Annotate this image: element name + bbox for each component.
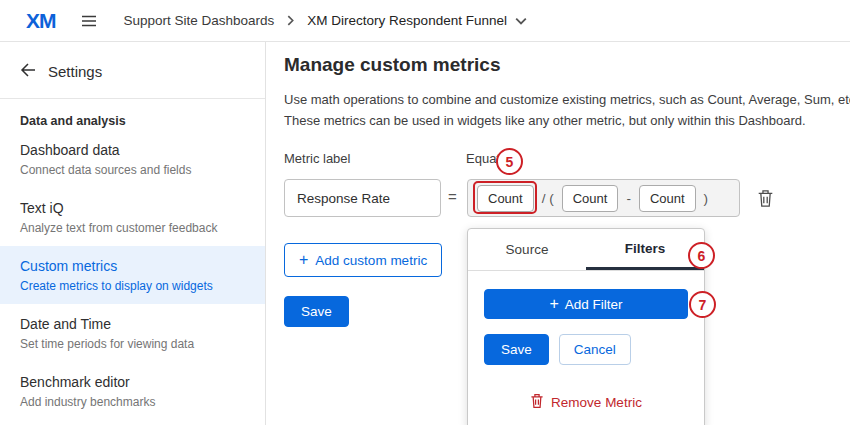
popup-tabs: Source Filters — [468, 229, 704, 271]
sidebar-item-description: Set time periods for viewing data — [20, 337, 245, 351]
add-custom-metric-label: Add custom metric — [315, 253, 427, 268]
sidebar-item-description: Analyze text from customer feedback — [20, 221, 245, 235]
equation-operator-divide-open: / ( — [542, 191, 554, 206]
remove-metric-label: Remove Metric — [551, 395, 642, 410]
settings-sidebar: Settings Data and analysis Dashboard dat… — [0, 42, 266, 425]
save-button[interactable]: Save — [284, 296, 349, 327]
sidebar-item-description: Create metrics to display on widgets — [20, 279, 245, 293]
hamburger-menu-icon[interactable] — [80, 12, 98, 30]
app-window: XM Support Site Dashboards XM Directory … — [0, 0, 850, 425]
sidebar-item-label: Benchmark editor — [20, 374, 245, 390]
back-arrow-icon — [20, 62, 36, 81]
xm-logo: XM — [26, 9, 56, 33]
sidebar-item-label: Text iQ — [20, 200, 245, 216]
page-description: Use math operations to combine and custo… — [284, 90, 850, 132]
annotation-step-7: 7 — [689, 291, 716, 318]
add-filter-label: Add Filter — [565, 297, 623, 312]
sidebar-item-label: Custom metrics — [20, 258, 245, 274]
tab-filters[interactable]: Filters — [586, 229, 704, 270]
equation-operator-minus: - — [626, 191, 631, 206]
equation-operand-1-button[interactable]: Count — [477, 185, 534, 212]
metric-label-heading: Metric label — [284, 151, 350, 166]
sidebar-item-description: Connect data sources and fields — [20, 163, 245, 177]
equals-sign: = — [448, 188, 457, 205]
sidebar-item-description: Add industry benchmarks — [20, 395, 245, 409]
page-description-line1: Use math operations to combine and custo… — [284, 90, 850, 111]
chevron-right-icon — [285, 15, 296, 26]
page-description-line2: These metrics can be used in widgets lik… — [284, 111, 850, 132]
plus-icon: + — [299, 252, 308, 268]
delete-metric-trash-icon[interactable] — [757, 189, 774, 212]
sidebar-item-dashboard-data[interactable]: Dashboard data Connect data sources and … — [0, 130, 265, 188]
metric-label-input[interactable] — [284, 179, 441, 217]
add-custom-metric-button[interactable]: + Add custom metric — [284, 243, 442, 277]
annotation-step-6: 6 — [688, 242, 715, 269]
settings-label: Settings — [48, 63, 102, 80]
equation-box: Count / ( Count - Count ) — [467, 179, 740, 217]
breadcrumb-root[interactable]: Support Site Dashboards — [124, 13, 275, 28]
equation-operand-2-button[interactable]: Count — [562, 185, 619, 212]
back-to-settings[interactable]: Settings — [0, 42, 265, 98]
equation-operand-3-button[interactable]: Count — [639, 185, 696, 212]
sidebar-item-label: Dashboard data — [20, 142, 245, 158]
annotation-step-5: 5 — [496, 148, 523, 175]
add-filter-button[interactable]: + Add Filter — [484, 289, 688, 319]
remove-metric-button[interactable]: Remove Metric — [468, 393, 704, 412]
popup-cancel-button[interactable]: Cancel — [559, 334, 631, 365]
dashboard-title[interactable]: XM Directory Respondent Funnel — [307, 13, 507, 28]
sidebar-item-benchmark-editor[interactable]: Benchmark editor Add industry benchmarks — [0, 362, 265, 420]
sidebar-item-label: Date and Time — [20, 316, 245, 332]
sidebar-item-custom-metrics[interactable]: Custom metrics Create metrics to display… — [0, 246, 265, 304]
metric-options-popup: Source Filters + Add Filter Save Cancel … — [467, 228, 705, 425]
sidebar-item-text-iq[interactable]: Text iQ Analyze text from customer feedb… — [0, 188, 265, 246]
tab-source[interactable]: Source — [468, 229, 586, 270]
main-content: Manage custom metrics Use math operation… — [267, 42, 850, 425]
trash-icon — [530, 393, 544, 412]
equation-close-paren: ) — [704, 191, 709, 206]
page-title: Manage custom metrics — [284, 54, 500, 76]
popup-action-row: Save Cancel — [484, 334, 631, 365]
section-heading: Data and analysis — [0, 99, 265, 130]
sidebar-item-date-and-time[interactable]: Date and Time Set time periods for viewi… — [0, 304, 265, 362]
plus-icon: + — [549, 296, 558, 312]
top-bar: XM Support Site Dashboards XM Directory … — [0, 0, 850, 42]
popup-save-button[interactable]: Save — [484, 334, 549, 365]
chevron-down-icon[interactable] — [515, 15, 527, 27]
